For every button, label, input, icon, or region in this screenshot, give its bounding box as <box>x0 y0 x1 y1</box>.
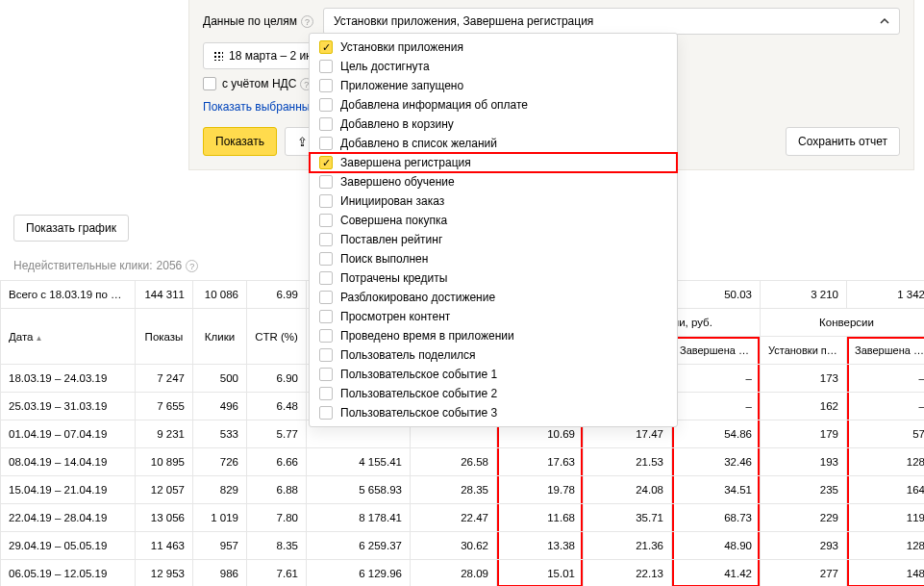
checkbox-icon <box>319 406 333 420</box>
goal-option[interactable]: Приложение запущено <box>310 76 677 95</box>
col-ctr[interactable]: CTR (%) <box>247 309 307 365</box>
col-date[interactable]: Дата▲ <box>1 309 136 365</box>
save-report-button[interactable]: Сохранить отчет <box>786 127 900 156</box>
goal-option[interactable]: Потрачены кредиты <box>310 268 677 288</box>
table-row: 29.04.19 – 05.05.1911 4639578.356 259.37… <box>1 532 925 560</box>
checkbox-icon <box>319 387 333 400</box>
goal-option-label: Завершена регистрация <box>340 156 471 169</box>
goal-option[interactable]: Завершено обучение <box>310 172 677 191</box>
col-clicks[interactable]: Клики <box>193 309 247 365</box>
vat-label: с учётом НДС ? <box>222 77 312 90</box>
help-icon[interactable]: ? <box>186 260 198 272</box>
col-shows[interactable]: Показы <box>136 309 193 365</box>
checkbox-icon <box>319 329 333 343</box>
goal-option-label: Просмотрен контент <box>340 310 450 323</box>
goal-option-label: Поиск выполнен <box>340 252 428 266</box>
goal-option[interactable]: Пользовательское событие 3 <box>310 403 677 422</box>
goal-option-label: Добавлена информация об оплате <box>340 98 528 112</box>
checkbox-icon <box>319 40 333 54</box>
checkbox-icon <box>319 194 333 208</box>
goals-dropdown: Установки приложенияЦель достигнутаПрило… <box>309 33 678 427</box>
goal-option[interactable]: Просмотрен контент <box>310 307 677 326</box>
goal-option-label: Установки приложения <box>340 40 463 54</box>
checkbox-icon <box>319 117 333 131</box>
sort-asc-icon: ▲ <box>35 334 42 343</box>
sub-reg[interactable]: Завершена рег… <box>847 337 925 365</box>
checkbox-icon <box>319 368 333 381</box>
calendar-icon <box>213 51 223 61</box>
goal-option-label: Инициирован заказ <box>340 194 444 208</box>
goal-option-label: Потрачены кредиты <box>340 271 447 285</box>
show-button[interactable]: Показать <box>203 127 277 156</box>
checkbox-icon <box>319 252 333 266</box>
col-conversions[interactable]: Конверсии <box>761 309 925 337</box>
toggle-chart-button[interactable]: Показать график <box>13 215 129 242</box>
checkbox-icon <box>319 291 333 304</box>
checkbox-icon <box>319 79 333 92</box>
goal-option-label: Совершена покупка <box>340 214 447 227</box>
totals-label: Всего с 18.03.19 по 02.06.19 <box>1 281 136 309</box>
checkbox-icon <box>319 156 333 169</box>
sub-install[interactable]: Установки прил… <box>761 337 847 365</box>
chevron-up-icon <box>880 16 889 26</box>
goal-option[interactable]: Инициирован заказ <box>310 191 677 211</box>
checkbox-icon <box>319 98 333 112</box>
goal-option-label: Проведено время в приложении <box>340 329 514 343</box>
sub-reg[interactable]: Завершена рег… <box>672 337 761 365</box>
goals-selected-text: Установки приложения, Завершена регистра… <box>334 14 593 28</box>
goal-option-label: Цель достигнута <box>340 60 430 73</box>
help-icon[interactable]: ? <box>301 15 313 28</box>
checkbox-icon <box>319 60 333 73</box>
goal-option-label: Приложение запущено <box>340 79 463 92</box>
goal-option-label: Пользовательское событие 2 <box>340 387 497 400</box>
export-icon: ⇪ <box>297 136 308 148</box>
goal-option[interactable]: Завершена регистрация <box>310 153 677 172</box>
goal-option[interactable]: Пользовательское событие 1 <box>310 365 677 384</box>
vat-checkbox[interactable] <box>203 77 216 90</box>
goal-option-label: Пользовательское событие 1 <box>340 368 497 381</box>
goal-option[interactable]: Цель достигнута <box>310 57 677 76</box>
checkbox-icon <box>319 233 333 246</box>
goal-option-label: Добавлено в корзину <box>340 117 454 131</box>
checkbox-icon <box>319 310 333 323</box>
checkbox-icon <box>319 348 333 362</box>
goal-option-label: Разблокировано достижение <box>340 291 495 304</box>
goal-option[interactable]: Пользовательское событие 2 <box>310 384 677 403</box>
table-row: 08.04.19 – 14.04.1910 8957266.664 155.41… <box>1 448 925 476</box>
goal-option[interactable]: Добавлена информация об оплате <box>310 95 677 115</box>
goal-option[interactable]: Добавлено в корзину <box>310 115 677 134</box>
checkbox-icon <box>319 137 333 150</box>
goal-option[interactable]: Разблокировано достижение <box>310 288 677 307</box>
goal-option[interactable]: Совершена покупка <box>310 211 677 230</box>
checkbox-icon <box>319 214 333 227</box>
goal-option-label: Пользовательское событие 3 <box>340 406 497 420</box>
goals-select[interactable]: Установки приложения, Завершена регистра… <box>323 8 900 35</box>
goal-option-label: Пользователь поделился <box>340 348 476 362</box>
goals-label: Данные по целям ? <box>203 14 313 28</box>
checkbox-icon <box>319 175 333 189</box>
table-row: 22.04.19 – 28.04.1913 0561 0197.808 178.… <box>1 504 925 532</box>
goal-option-label: Добавлено в список желаний <box>340 137 497 150</box>
goal-option[interactable]: Установки приложения <box>310 38 677 57</box>
table-row: 15.04.19 – 21.04.1912 0578296.885 658.93… <box>1 476 925 504</box>
goal-option[interactable]: Пользователь поделился <box>310 345 677 365</box>
checkbox-icon <box>319 271 333 285</box>
goal-option[interactable]: Поставлен рейтинг <box>310 230 677 249</box>
table-row: 06.05.19 – 12.05.1912 9539867.616 129.96… <box>1 560 925 587</box>
goal-option[interactable]: Поиск выполнен <box>310 249 677 268</box>
filters-panel: Данные по целям ? Установки приложения, … <box>188 0 914 170</box>
goal-option[interactable]: Добавлено в список желаний <box>310 134 677 153</box>
goal-option[interactable]: Проведено время в приложении <box>310 326 677 345</box>
show-selected-link[interactable]: Показать выбранные с <box>203 100 325 114</box>
goal-option-label: Поставлен рейтинг <box>340 233 442 246</box>
goal-option-label: Завершено обучение <box>340 175 455 189</box>
